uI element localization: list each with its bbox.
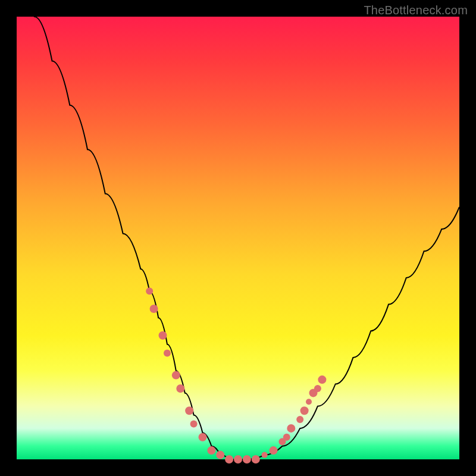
highlight-point [287, 424, 295, 433]
bottleneck-curve [17, 0, 459, 459]
highlight-point [185, 406, 193, 415]
highlight-point [199, 433, 207, 441]
highlight-point [318, 375, 326, 384]
chart-frame [17, 17, 459, 459]
highlight-point [216, 451, 224, 459]
highlight-point [150, 305, 158, 313]
highlight-point [252, 455, 260, 464]
highlight-point [225, 455, 233, 464]
highlight-point [314, 385, 321, 392]
highlight-point [164, 349, 171, 356]
highlight-point [296, 416, 303, 423]
highlight-markers [146, 287, 326, 464]
highlight-point [262, 452, 268, 458]
chart-svg [17, 17, 459, 459]
highlight-point [243, 455, 251, 464]
highlight-point [283, 434, 290, 441]
highlight-point [234, 455, 242, 464]
highlight-point [159, 331, 167, 340]
highlight-point [172, 371, 180, 380]
highlight-point [270, 446, 278, 455]
highlight-point [207, 446, 215, 455]
attribution-text: TheBottleneck.com [364, 4, 468, 17]
highlight-point [190, 421, 198, 428]
highlight-point [176, 384, 184, 393]
highlight-point [146, 287, 153, 295]
highlight-point [306, 399, 312, 405]
highlight-point [300, 406, 309, 415]
